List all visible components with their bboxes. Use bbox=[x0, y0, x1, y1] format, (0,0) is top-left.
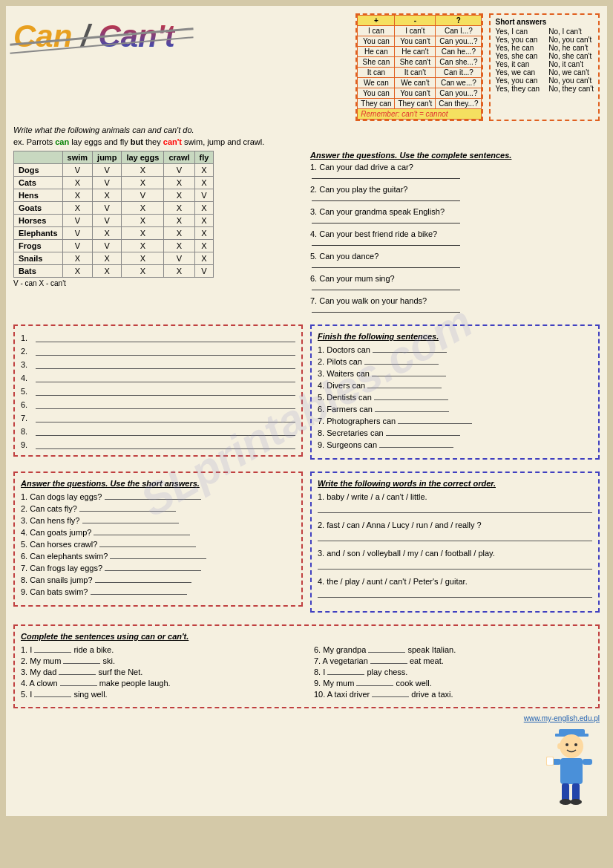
writing-lines-box: 1. 2. 3. 4. 5. 6. 7. 8. 9. bbox=[13, 324, 303, 457]
svg-point-11 bbox=[560, 799, 571, 805]
correct-order-section: Write the following words in the correct… bbox=[310, 471, 600, 613]
short-answers-box: Short answers Yes, I can Yes, you can Ye… bbox=[489, 13, 600, 121]
svg-point-12 bbox=[570, 799, 582, 805]
questions-section: Answer the questions. Use the complete s… bbox=[310, 151, 600, 319]
svg-point-2 bbox=[560, 734, 583, 758]
example-text: ex. Parrots can lay eggs and fly but the… bbox=[13, 137, 600, 146]
instruction-animals: Write what the following animals can and… bbox=[13, 125, 600, 134]
character-illustration bbox=[544, 725, 600, 807]
svg-rect-6 bbox=[560, 758, 583, 784]
svg-rect-14 bbox=[547, 757, 553, 765]
svg-point-4 bbox=[574, 743, 577, 746]
website-link[interactable]: www.my-english.edu.pl bbox=[524, 714, 600, 722]
animals-table: swim jump lay eggs crawl fly DogsVVXVX C… bbox=[13, 151, 214, 278]
animals-legend: V - can X - can't bbox=[13, 279, 303, 287]
finish-sentences-box: Finish the following sentences. 1. Docto… bbox=[310, 324, 600, 460]
svg-point-3 bbox=[566, 743, 568, 746]
complete-sentences-section: Complete the sentences using can or can'… bbox=[13, 624, 600, 708]
svg-point-5 bbox=[557, 743, 562, 749]
grammar-table: + - ? I canI can'tCan I...? You canYou c… bbox=[355, 13, 483, 121]
short-answers-section: Answer the questions. Use the short answ… bbox=[13, 471, 303, 607]
svg-rect-8 bbox=[583, 759, 592, 765]
